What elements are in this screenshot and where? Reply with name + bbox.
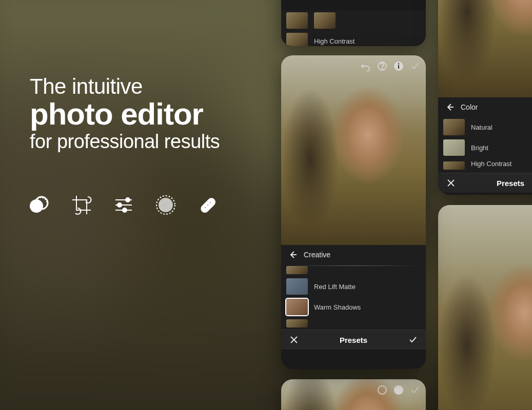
svg-point-19 xyxy=(378,386,386,394)
bottom-bar: Presets xyxy=(438,173,532,193)
photo-preview[interactable] xyxy=(438,205,532,410)
svg-point-15 xyxy=(382,68,383,69)
presets-icon xyxy=(28,194,51,218)
hero-line-3: for professional results xyxy=(30,131,220,153)
help-icon[interactable] xyxy=(377,384,388,396)
check-icon[interactable] xyxy=(409,384,421,396)
svg-point-18 xyxy=(398,63,399,64)
preset-thumb xyxy=(443,139,465,156)
back-arrow-icon xyxy=(445,102,455,112)
hero-line-1: The intuitive xyxy=(30,74,220,99)
preset-item[interactable] xyxy=(285,269,422,276)
panel-header[interactable]: Color xyxy=(438,97,532,117)
hero-text-block: The intuitive photo editor for professio… xyxy=(30,74,220,153)
preset-item[interactable]: Natural xyxy=(442,117,532,137)
preset-item[interactable]: Bright xyxy=(442,137,532,158)
undo-icon[interactable] xyxy=(360,60,371,72)
preset-thumb xyxy=(286,319,308,327)
preset-label: High Contrast xyxy=(471,160,511,168)
bottom-title: Presets xyxy=(340,336,367,344)
info-icon[interactable] xyxy=(393,60,404,72)
category-label: Color xyxy=(461,103,478,111)
preset-item[interactable]: Warm Shadows xyxy=(285,297,422,317)
bottom-bar: Presets xyxy=(281,330,426,350)
hero-line-2: photo editor xyxy=(30,96,220,132)
preset-label: Bright xyxy=(471,144,488,152)
preset-panel: Creative Red Lift Matte Warm Shadows xyxy=(281,245,426,350)
preset-panel: Color Natural Bright High Contrast Prese… xyxy=(438,97,532,193)
back-arrow-icon xyxy=(288,250,298,259)
preset-label: High Contrast xyxy=(314,37,354,45)
heal-icon xyxy=(196,194,219,218)
category-label: Creative xyxy=(304,251,330,259)
adjust-icon xyxy=(112,194,135,218)
tool-icon-row xyxy=(28,194,219,218)
svg-point-3 xyxy=(126,198,130,202)
phone-mockup-top: High Contrast Presets xyxy=(281,0,426,46)
preset-thumb xyxy=(443,119,465,135)
preset-thumb xyxy=(286,278,308,295)
preset-item[interactable]: High Contrast xyxy=(442,158,532,170)
crop-icon xyxy=(70,194,93,218)
preset-thumb xyxy=(286,33,308,46)
svg-point-9 xyxy=(159,198,172,212)
check-icon[interactable] xyxy=(409,60,421,72)
close-icon[interactable] xyxy=(289,335,299,344)
phone-mockup-main: Creative Red Lift Matte Warm Shadows xyxy=(281,55,426,369)
close-icon[interactable] xyxy=(446,178,456,188)
phone-mockup-right-mid xyxy=(438,205,532,410)
preset-item[interactable] xyxy=(285,10,422,31)
mask-icon xyxy=(154,194,177,218)
preset-label: Warm Shadows xyxy=(314,303,361,311)
preset-thumb xyxy=(443,161,465,170)
photo-preview[interactable] xyxy=(281,55,426,245)
photo-topbar xyxy=(360,60,421,72)
preset-label: Natural xyxy=(471,124,492,131)
preset-item[interactable]: Red Lift Matte xyxy=(285,276,422,297)
preset-label: Red Lift Matte xyxy=(314,283,356,291)
photo-preview[interactable] xyxy=(438,0,532,97)
svg-point-12 xyxy=(207,204,209,206)
preset-thumb xyxy=(286,266,308,274)
photo-preview xyxy=(281,379,426,410)
info-icon[interactable] xyxy=(393,384,404,396)
svg-point-13 xyxy=(209,201,211,203)
panel-header[interactable]: Creative xyxy=(281,245,426,264)
phone-mockup-bottom xyxy=(281,379,426,410)
preset-item[interactable]: High Contrast xyxy=(285,31,422,46)
preset-thumb-selected xyxy=(286,299,308,315)
phone-mockup-right-top: Color Natural Bright High Contrast Prese… xyxy=(438,0,532,195)
svg-rect-17 xyxy=(398,65,399,69)
preset-item[interactable] xyxy=(285,317,422,326)
check-icon[interactable] xyxy=(408,335,418,344)
svg-point-7 xyxy=(123,208,127,212)
photo-topbar xyxy=(377,384,421,396)
svg-point-5 xyxy=(117,203,122,207)
svg-point-20 xyxy=(394,385,403,395)
svg-point-11 xyxy=(204,207,206,209)
bottom-title: Presets xyxy=(497,179,524,188)
preset-list[interactable]: Red Lift Matte Warm Shadows xyxy=(281,269,426,330)
preset-list[interactable]: Natural Bright High Contrast xyxy=(438,117,532,173)
help-icon[interactable] xyxy=(377,60,388,72)
